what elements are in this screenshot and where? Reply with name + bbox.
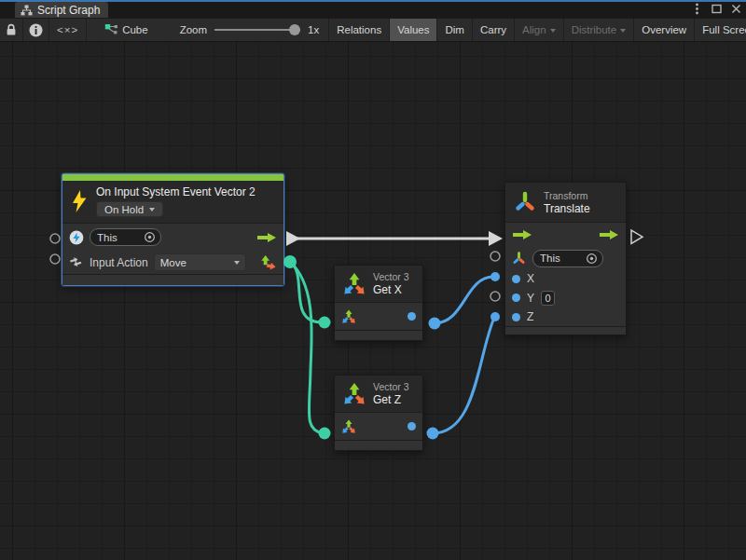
- flow-output-port-icon[interactable]: [599, 229, 619, 240]
- info-icon: [29, 23, 43, 37]
- event-node-title: On Input System Event Vector 2: [96, 185, 256, 198]
- vector2-output-port-icon[interactable]: [259, 253, 277, 271]
- node-transform-translate[interactable]: Transform Translate This: [504, 182, 627, 335]
- tab-script-graph[interactable]: Script Graph: [15, 2, 108, 18]
- chevron-down-icon: [620, 29, 626, 33]
- input-action-label: Input Action: [90, 256, 148, 269]
- toolbar-button-align: Align: [515, 19, 564, 41]
- zoom-slider-track: [214, 29, 300, 31]
- lock-button[interactable]: [0, 19, 23, 41]
- window-controls: [690, 0, 742, 18]
- toolbar-button-fullscreen[interactable]: Full Screen: [695, 19, 746, 41]
- input-action-icon: [69, 255, 84, 269]
- toolbar-button-distribute: Distribute: [564, 19, 635, 41]
- node-footer: [335, 330, 422, 340]
- zoom-slider-handle[interactable]: [289, 24, 300, 35]
- value-output-port[interactable]: [408, 422, 416, 430]
- script-graph-window: Script Graph: [0, 0, 746, 560]
- port-y-label: Y: [527, 292, 534, 305]
- graph-name: Cube: [122, 24, 148, 35]
- tab-title: Script Graph: [37, 4, 100, 17]
- target-picker-icon[interactable]: [144, 231, 156, 243]
- transform-icon: [513, 190, 537, 214]
- input-system-icon: [69, 230, 84, 245]
- vector3-icon: [342, 272, 366, 296]
- toolbar-button-dim[interactable]: Dim: [437, 19, 472, 41]
- node-vector3-get-x[interactable]: Vector 3 Get X: [334, 265, 423, 341]
- zoom-control: Zoom 1x: [156, 19, 330, 41]
- event-target-field[interactable]: This: [90, 228, 161, 246]
- lock-icon: [6, 23, 17, 36]
- graph-hierarchy-icon: [21, 5, 33, 16]
- lightning-icon: [70, 189, 89, 213]
- toolbar-button-carry[interactable]: Carry: [473, 19, 515, 41]
- code-glyph: <×>: [57, 24, 78, 35]
- graph-breadcrumb[interactable]: Cube: [87, 19, 156, 41]
- node-vector3-get-z[interactable]: Vector 3 Get Z: [334, 375, 423, 451]
- toolbar-button-values[interactable]: Values: [390, 19, 437, 41]
- event-node-body: This Input Action: [62, 224, 283, 274]
- graph-toolbar: <×> Cube Zoom 1x Relations Values Dim Ca…: [0, 18, 746, 42]
- target-picker-icon[interactable]: [586, 253, 598, 265]
- zoom-label: Zoom: [180, 24, 207, 35]
- chevron-down-icon: [234, 261, 240, 265]
- close-icon[interactable]: [729, 3, 742, 16]
- vector3-input-port-icon[interactable]: [341, 309, 356, 324]
- vector3-icon: [342, 382, 366, 406]
- toolbar-button-relations[interactable]: Relations: [329, 19, 390, 41]
- window-focus-strip: [0, 0, 746, 2]
- translate-target-field[interactable]: This: [532, 250, 603, 267]
- transform-port-icon[interactable]: [512, 252, 526, 266]
- node-category: Transform: [544, 190, 590, 201]
- node-on-input-system-event[interactable]: On Input System Event Vector 2 On Hold T…: [62, 173, 284, 286]
- flow-input-port-icon[interactable]: [512, 229, 532, 240]
- zoom-slider[interactable]: [214, 24, 300, 35]
- node-category: Vector 3: [373, 271, 409, 282]
- chevron-down-icon: [149, 208, 155, 212]
- port-x-label: X: [527, 272, 534, 285]
- node-footer: [335, 440, 422, 450]
- inspect-button[interactable]: [23, 19, 49, 41]
- node-title: Get Z: [373, 393, 409, 406]
- input-action-dropdown[interactable]: Move: [154, 253, 246, 271]
- event-node-header: On Input System Event Vector 2 On Hold: [62, 181, 283, 224]
- event-node-footer: [62, 274, 283, 285]
- kebab-menu-icon[interactable]: [690, 3, 703, 16]
- event-node-accent-strip: [62, 174, 283, 181]
- node-title: Translate: [544, 202, 590, 215]
- port-z-label: Z: [527, 310, 533, 323]
- zoom-value: 1x: [308, 24, 319, 35]
- y-input-port[interactable]: [512, 294, 520, 302]
- node-title: Get X: [373, 283, 409, 296]
- x-input-port[interactable]: [512, 275, 520, 283]
- chevron-down-icon: [550, 29, 556, 33]
- y-value-input[interactable]: 0: [541, 291, 555, 306]
- toolbar-button-overview[interactable]: Overview: [634, 19, 695, 41]
- event-mode-dropdown[interactable]: On Hold: [96, 201, 163, 217]
- node-footer: [505, 326, 626, 335]
- graph-node-icon: [104, 23, 118, 36]
- vector3-input-port-icon[interactable]: [341, 419, 356, 434]
- value-output-port[interactable]: [408, 312, 416, 321]
- z-input-port[interactable]: [512, 313, 520, 321]
- title-bar: Script Graph: [0, 0, 746, 18]
- node-category: Vector 3: [373, 381, 409, 392]
- maximize-icon[interactable]: [710, 3, 723, 16]
- preview-code-button[interactable]: <×>: [49, 19, 87, 41]
- flow-output-port-icon[interactable]: [256, 232, 277, 243]
